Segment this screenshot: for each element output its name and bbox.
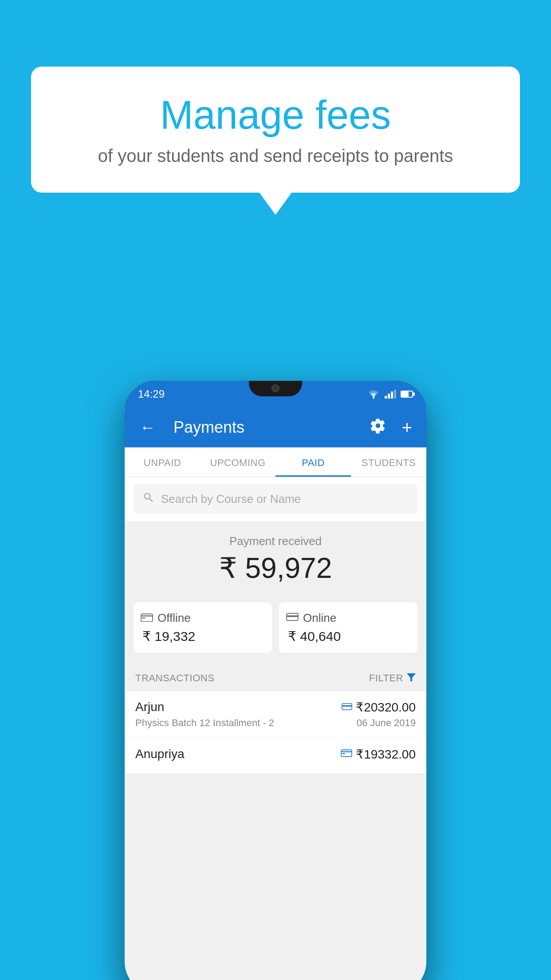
tab-bar: UNPAID UPCOMING PAID STUDENTS	[125, 447, 426, 477]
front-camera	[272, 384, 279, 392]
search-bar[interactable]: Search by Course or Name	[134, 484, 417, 514]
table-row[interactable]: Arjun ₹20320.00 Physics Batch 12 Install…	[125, 691, 426, 738]
bubble-subtitle: of your students and send receipts to pa…	[67, 146, 484, 166]
filter-text: FILTER	[369, 672, 403, 684]
transaction-amount-container: ₹20320.00	[342, 700, 416, 715]
online-payment-icon	[342, 702, 352, 713]
svg-marker-10	[407, 673, 416, 681]
signal-icon	[385, 390, 396, 399]
filter-icon	[407, 672, 416, 684]
phone-frame: 14:29 ← Payme	[125, 381, 426, 980]
payment-cards-row: Offline ₹ 19,332 Online ₹ 40,640	[125, 595, 426, 664]
payment-received-label: Payment received	[134, 534, 417, 548]
transaction-name: Arjun	[135, 700, 164, 714]
svg-rect-7	[142, 617, 146, 618]
battery-icon	[401, 391, 413, 398]
status-icons	[367, 389, 413, 399]
svg-rect-15	[342, 753, 345, 754]
transaction-row-bottom: Physics Batch 12 Installment - 2 06 June…	[135, 717, 416, 729]
transaction-amount: ₹20320.00	[356, 700, 416, 715]
filter-button[interactable]: FILTER	[369, 672, 416, 684]
offline-icon	[141, 612, 153, 624]
online-amount: ₹ 40,640	[286, 628, 410, 644]
svg-rect-4	[394, 390, 396, 399]
svg-rect-3	[391, 391, 393, 399]
settings-icon[interactable]	[366, 414, 390, 441]
online-icon	[286, 612, 299, 624]
offline-payment-icon	[341, 749, 352, 760]
search-bar-container: Search by Course or Name	[125, 477, 426, 521]
payment-received-section: Payment received ₹ 59,972	[125, 521, 426, 595]
svg-point-0	[373, 397, 374, 399]
svg-rect-9	[287, 615, 298, 617]
offline-card-header: Offline	[141, 611, 265, 625]
transaction-course: Physics Batch 12 Installment - 2	[135, 717, 274, 729]
svg-rect-1	[385, 396, 387, 399]
offline-label: Offline	[157, 611, 191, 625]
online-card-header: Online	[286, 611, 410, 625]
transaction-name: Anupriya	[135, 747, 185, 761]
online-label: Online	[303, 611, 336, 625]
status-time: 14:29	[138, 388, 165, 400]
online-payment-card: Online ₹ 40,640	[279, 602, 417, 653]
back-button[interactable]: ←	[135, 414, 160, 441]
transaction-row-top: Arjun ₹20320.00	[135, 700, 416, 715]
transactions-label: TRANSACTIONS	[135, 672, 214, 684]
transactions-header: TRANSACTIONS FILTER	[125, 664, 426, 691]
search-placeholder: Search by Course or Name	[161, 492, 301, 506]
offline-amount: ₹ 19,332	[141, 628, 265, 644]
phone-notch	[249, 381, 302, 396]
app-toolbar: ← Payments +	[125, 407, 426, 447]
tab-paid[interactable]: PAID	[276, 447, 351, 477]
table-row[interactable]: Anupriya ₹19332.00	[125, 738, 426, 774]
phone-screen: ← Payments + UNPAID UPCOMING PAID STUDEN…	[125, 407, 426, 980]
transaction-row-top: Anupriya ₹19332.00	[135, 747, 416, 762]
speech-bubble-container: Manage fees of your students and send re…	[31, 67, 520, 193]
svg-rect-2	[388, 394, 390, 399]
transaction-amount-container: ₹19332.00	[341, 747, 416, 762]
speech-bubble: Manage fees of your students and send re…	[31, 67, 520, 193]
toolbar-title: Payments	[173, 418, 358, 437]
tab-upcoming[interactable]: UPCOMING	[200, 447, 276, 477]
tab-students[interactable]: STUDENTS	[351, 447, 426, 477]
transaction-list: Arjun ₹20320.00 Physics Batch 12 Install…	[125, 691, 426, 774]
add-button[interactable]: +	[398, 414, 416, 441]
transaction-amount: ₹19332.00	[356, 747, 416, 762]
search-icon	[142, 491, 155, 507]
svg-rect-12	[342, 705, 352, 707]
tab-unpaid[interactable]: UNPAID	[125, 447, 200, 477]
wifi-icon	[367, 389, 380, 399]
bubble-title: Manage fees	[67, 93, 484, 137]
payment-received-amount: ₹ 59,972	[134, 552, 417, 585]
transaction-date: 06 June 2019	[357, 717, 416, 729]
offline-payment-card: Offline ₹ 19,332	[134, 602, 272, 653]
